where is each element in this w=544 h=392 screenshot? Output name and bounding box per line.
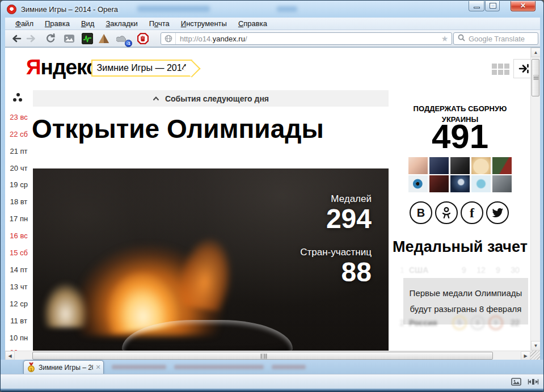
tab-title: Зимние Игры – 2014	[36, 364, 93, 372]
menu-bookmarks[interactable]: Закладки	[100, 18, 143, 29]
horizontal-scroll-thumb[interactable]	[32, 352, 493, 360]
bookmark-star-icon[interactable]: ★	[438, 34, 452, 43]
maximize-button[interactable]	[485, 1, 500, 11]
page-title: Открытие Олимпиады	[32, 113, 324, 144]
avatar[interactable]	[450, 175, 470, 192]
reload-button[interactable]	[44, 32, 57, 45]
facebook-share-button[interactable]: f	[461, 201, 483, 224]
menu-mail[interactable]: Почта	[144, 18, 175, 29]
countries-label: Стран-участниц	[300, 247, 372, 258]
yandex-logo[interactable]: Яндекс	[26, 56, 98, 79]
date-item[interactable]: 20 чт	[5, 164, 32, 172]
forward-button[interactable]	[24, 32, 38, 45]
menu-view[interactable]: Вид	[75, 18, 100, 29]
date-item[interactable]: 23 вс	[5, 113, 32, 121]
reload-icon	[45, 33, 56, 44]
avatar[interactable]	[408, 157, 428, 174]
extension-pyramid-icon[interactable]	[97, 32, 111, 45]
menu-tools[interactable]: Инструменты	[175, 18, 233, 29]
avatar[interactable]	[408, 175, 428, 192]
medals-label: Медалей	[300, 193, 372, 205]
search-input[interactable]	[469, 35, 530, 43]
avatar[interactable]	[450, 157, 470, 174]
medal-favicon: 1	[27, 363, 36, 373]
date-item[interactable]: 15 сб	[5, 248, 32, 257]
vertical-scroll-thumb[interactable]	[532, 59, 539, 96]
search-icon	[454, 33, 469, 44]
twitter-share-button[interactable]	[486, 201, 509, 224]
tab-close-icon[interactable]: ✕	[93, 364, 103, 371]
avatar[interactable]	[492, 157, 512, 174]
glass-ghost-text	[112, 365, 166, 369]
page-viewport: Яндекс Зимние Игры — 2014 23 вс 22 сб 21…	[5, 47, 540, 360]
horizontal-scrollbar[interactable]: ◀ ▶	[5, 351, 530, 360]
date-item[interactable]: 22 сб	[5, 130, 32, 138]
login-button[interactable]	[513, 59, 530, 78]
extension-adblock-icon[interactable]: -1	[115, 32, 129, 45]
avatar[interactable]	[471, 175, 491, 192]
date-item[interactable]: 19 ср	[5, 180, 32, 189]
back-button[interactable]	[10, 32, 23, 45]
medal-row-usa: 1 США 9 12 9 30	[400, 265, 524, 275]
twitter-bird-icon	[491, 208, 504, 218]
menu-help[interactable]: Справка	[233, 18, 273, 29]
avatar[interactable]	[471, 157, 491, 174]
odnoklassniki-share-button[interactable]	[435, 201, 458, 224]
medal-row-russia: 2 Россия 5 8 9 22	[400, 315, 524, 330]
window-bottom-edge	[1, 389, 544, 392]
query-box[interactable]: Зимние Игры — 2014	[91, 60, 192, 77]
date-item[interactable]: 21 пт	[5, 147, 32, 155]
stop-hand-icon[interactable]	[136, 32, 150, 45]
olympic-flame-photo: Медалей 294 Стран-участниц 88	[33, 168, 389, 351]
scroll-left-button[interactable]: ◀	[5, 351, 15, 360]
date-item[interactable]: 16 вс	[5, 231, 32, 240]
date-item[interactable]: 14 пт	[5, 265, 32, 274]
images-toggle-button[interactable]	[62, 32, 76, 45]
menu-bar: Файл Правка Вид Закладки Почта Инструмен…	[5, 18, 540, 30]
apps-grid-icon[interactable]	[492, 64, 509, 75]
date-item[interactable]: 17 пн	[5, 214, 32, 223]
title-bar[interactable]: Зимние Игры – 2014 - Opera ✕	[1, 1, 544, 18]
status-images-button[interactable]	[509, 377, 523, 387]
browser-window: Зимние Игры – 2014 - Opera ✕ Файл Правка…	[0, 0, 544, 392]
extension-wave-icon[interactable]	[81, 32, 94, 45]
vertical-scrollbar[interactable]: ▲ ▼	[530, 48, 540, 351]
scroll-down-button[interactable]: ▼	[531, 341, 540, 351]
medals-value: 294	[300, 205, 372, 233]
avatar[interactable]	[492, 175, 512, 192]
social-share-row: В f	[410, 201, 511, 224]
search-box[interactable]	[453, 32, 538, 45]
avatar[interactable]	[429, 175, 449, 192]
dots-menu-icon[interactable]	[12, 92, 23, 106]
date-item[interactable]: 11 вт	[5, 317, 32, 325]
menu-edit[interactable]: Правка	[39, 18, 75, 29]
fit-to-width-button[interactable]	[526, 377, 540, 387]
back-arrow-icon	[11, 34, 22, 43]
address-bar[interactable]: http://o14.yandex.ru/ ★	[161, 32, 452, 45]
url-text[interactable]: http://o14.yandex.ru/	[176, 35, 438, 43]
resize-grip[interactable]	[530, 351, 540, 360]
status-bar	[1, 374, 544, 389]
vk-share-button[interactable]: В	[410, 201, 432, 224]
date-item[interactable]: 18 вт	[5, 197, 32, 206]
forward-arrow-icon	[26, 34, 36, 43]
date-item[interactable]: 13 чт	[5, 283, 32, 291]
scroll-right-button[interactable]: ▶	[521, 351, 530, 360]
minimize-button[interactable]	[469, 1, 484, 11]
date-item[interactable]: 12 ср	[5, 300, 32, 308]
tab-winter-games[interactable]: 1 Зимние Игры – 2014 ✕	[23, 360, 104, 374]
avatar[interactable]	[429, 157, 449, 174]
scroll-up-button[interactable]: ▲	[531, 48, 540, 57]
close-button[interactable]: ✕	[511, 1, 535, 11]
page-content: Яндекс Зимние Игры — 2014 23 вс 22 сб 21…	[5, 48, 530, 351]
olympics-stats: Медалей 294 Стран-участниц 88	[300, 193, 372, 287]
supporter-avatars-row	[408, 157, 512, 174]
flame-graphic	[47, 191, 268, 336]
date-item[interactable]: 10 пн	[5, 334, 32, 342]
next-day-events-bar[interactable]: События следующего дня	[33, 90, 389, 107]
login-arrow-icon	[518, 63, 530, 74]
menu-file[interactable]: Файл	[10, 18, 39, 29]
support-count: 491	[392, 117, 528, 156]
gold-medal-circle: 5	[452, 315, 467, 330]
silver-medal-circle: 8	[470, 315, 485, 330]
